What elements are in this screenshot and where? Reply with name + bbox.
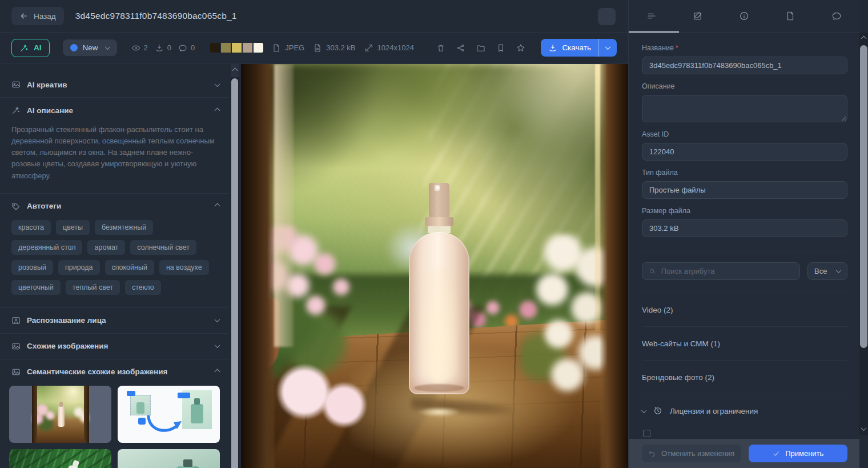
delete-button[interactable] — [436, 43, 445, 53]
attribute-group-license[interactable]: Лицензия и ограничения — [642, 394, 847, 427]
inspector-tabs — [629, 0, 859, 33]
attribute-search[interactable] — [642, 262, 800, 280]
share-button[interactable] — [456, 43, 465, 53]
autotag-chip[interactable]: аромат — [87, 240, 125, 255]
license-checkbox[interactable] — [643, 430, 650, 437]
autotag-chip[interactable]: цветы — [56, 220, 90, 235]
section-similar-images[interactable]: Схожие изображения — [0, 334, 228, 359]
group-label: Video (2) — [642, 306, 673, 314]
filesize-meta: 303.2 kB — [313, 43, 355, 53]
images-icon — [11, 367, 21, 377]
autotag-chip[interactable]: безмятежный — [95, 220, 153, 235]
autotag-chip[interactable]: теплый свет — [66, 280, 120, 295]
section-label: AI описание — [27, 106, 73, 115]
divider — [642, 253, 847, 253]
scrollbar-thumb[interactable] — [860, 45, 867, 348]
share-icon — [456, 43, 465, 53]
chevron-up-icon — [215, 369, 220, 375]
cancel-label: Отменить изменения — [661, 449, 734, 458]
similar-image-thumbnail[interactable] — [9, 386, 111, 443]
group-label: Web-сайты и СММ (1) — [642, 339, 720, 348]
scroll-up-button[interactable] — [231, 64, 239, 77]
color-palette — [210, 43, 263, 53]
autotag-chip[interactable]: природа — [58, 260, 100, 275]
autotag-chip[interactable]: деревянный стол — [11, 240, 82, 255]
section-ai-description[interactable]: AI описание — [0, 98, 228, 123]
chevron-down-icon — [215, 317, 220, 322]
asset-id-field[interactable] — [642, 143, 847, 161]
chevron-up-icon — [215, 203, 220, 209]
file-size-label: Размер файла — [642, 207, 847, 215]
tab-info[interactable] — [721, 0, 767, 32]
cancel-changes-button[interactable]: Отменить изменения — [642, 445, 741, 462]
scroll-down-button[interactable] — [859, 423, 868, 434]
status-dot — [70, 44, 78, 51]
section-label: Схожие изображения — [27, 342, 108, 350]
asset-preview-image — [241, 64, 628, 468]
star-icon — [516, 43, 525, 53]
description-field[interactable] — [642, 95, 847, 122]
attribute-group-web[interactable]: Web-сайты и СММ (1) — [642, 327, 847, 360]
status-dropdown[interactable]: New — [63, 39, 117, 56]
section-semantic-similar[interactable]: Семантические схожие изображения — [0, 359, 228, 385]
download-label: Скачать — [562, 43, 591, 52]
autotag-chip[interactable]: цветочный — [11, 280, 61, 295]
file-size-field[interactable] — [642, 219, 847, 237]
bookmark-button[interactable] — [496, 43, 505, 53]
autotag-chip[interactable]: красота — [11, 220, 51, 235]
attribute-filter-dropdown[interactable]: Все — [807, 262, 847, 280]
autotag-chip[interactable]: на воздухе — [159, 260, 209, 275]
tab-versions[interactable] — [767, 0, 813, 32]
autotag-chip[interactable]: спокойный — [105, 260, 154, 275]
views-count: 2 — [144, 43, 148, 52]
dimensions-icon — [364, 43, 373, 53]
scrollbar-thumb[interactable] — [231, 78, 238, 468]
download-options-button[interactable] — [598, 39, 617, 57]
similar-images-grid — [0, 385, 228, 468]
scroll-up-button[interactable] — [859, 33, 868, 45]
folder-icon — [476, 43, 485, 53]
document-icon — [785, 11, 795, 21]
group-label: Лицензия и ограничения — [670, 407, 758, 415]
trash-icon — [436, 43, 445, 53]
ai-button[interactable]: AI — [11, 39, 50, 57]
sidebar-scrollbar — [231, 64, 239, 468]
tab-edit[interactable] — [675, 0, 721, 32]
move-to-folder-button[interactable] — [476, 43, 485, 53]
name-field[interactable] — [642, 57, 847, 74]
attribute-group-brand-photos[interactable]: Брендовые фото (2) — [642, 361, 847, 394]
similar-image-thumbnail[interactable] — [118, 449, 220, 468]
section-face-recognition[interactable]: Распознавание лица — [0, 308, 228, 333]
section-ai-creative[interactable]: AI креатив — [0, 72, 228, 97]
autotag-chip[interactable]: розовый — [11, 260, 53, 275]
top-bar: Назад 3d45edc978311f0b7483690bac065cb_1 — [0, 0, 628, 33]
info-icon — [739, 11, 749, 21]
similar-image-thumbnail[interactable] — [9, 449, 111, 468]
inspector-panel: Название* Описание Asset ID Тип файла Ра… — [628, 0, 859, 468]
attribute-group-video[interactable]: Video (2) — [642, 293, 847, 326]
back-button[interactable]: Назад — [11, 7, 64, 25]
format-value: JPEG — [285, 43, 304, 52]
similar-image-thumbnail[interactable] — [118, 386, 220, 443]
file-type-label: Тип файла — [642, 169, 847, 177]
filesize-value: 303.2 kB — [326, 43, 355, 52]
autotag-chip[interactable]: солнечный свет — [130, 240, 196, 255]
download-button[interactable]: Скачать — [541, 39, 617, 57]
favorite-button[interactable] — [516, 43, 525, 53]
upscale-arrow-icon — [145, 414, 185, 439]
next-asset-button[interactable] — [598, 8, 616, 25]
format-meta: JPEG — [272, 43, 304, 53]
tab-attributes[interactable] — [629, 0, 675, 32]
downloads-icon — [155, 43, 164, 53]
section-autotags[interactable]: Автотеги — [0, 194, 228, 219]
section-label: AI креатив — [27, 81, 67, 89]
file-type-field[interactable] — [642, 181, 847, 199]
asset-id-label: Asset ID — [642, 130, 847, 138]
chevron-up-icon — [215, 107, 220, 113]
asset-actions — [436, 43, 525, 53]
autotag-chip[interactable]: стекло — [125, 280, 161, 295]
attribute-search-input[interactable] — [661, 267, 793, 275]
chevron-up-icon — [861, 36, 867, 42]
tab-comments[interactable] — [813, 0, 859, 32]
apply-button[interactable]: Применить — [749, 445, 848, 462]
